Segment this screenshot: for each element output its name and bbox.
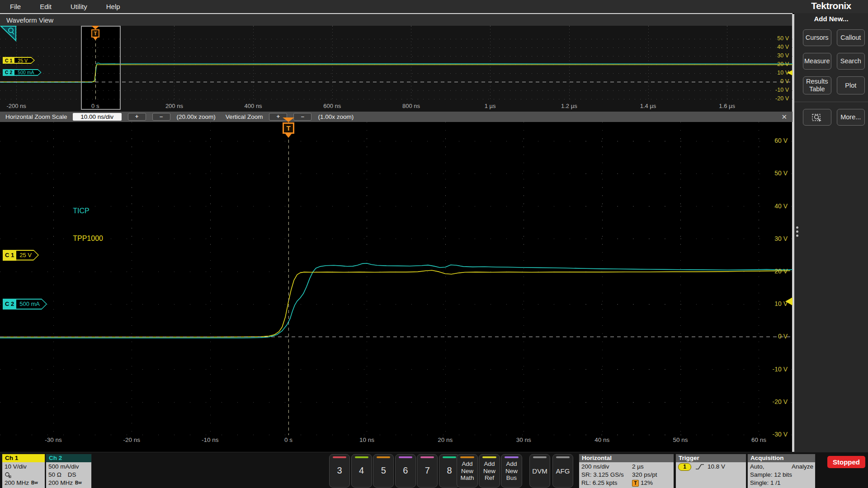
horizontal-trigger-position: T12% [632, 479, 672, 487]
trigger-badge[interactable]: Trigger 1 10.8 V [675, 454, 746, 488]
acquisition-mode: Auto, [750, 463, 764, 471]
zoom-select-button[interactable] [803, 109, 831, 126]
channel-marker-c1[interactable]: C 125 V [3, 250, 39, 261]
horizontal-zoom-scale-label: Horizontal Zoom Scale [5, 113, 67, 120]
brand-logo: Tektronix [794, 0, 868, 11]
trigger-marker[interactable]: T [283, 117, 294, 138]
channel-color-stripe [420, 456, 434, 458]
channel-button-5[interactable]: 5 [373, 454, 394, 488]
channel-marker-c2[interactable]: C 2500 mA [3, 69, 42, 76]
vertical-zoom-minus-button[interactable]: – [293, 113, 311, 121]
trigger-marker[interactable]: T [91, 26, 99, 40]
waveform-trace-ch1 [0, 270, 790, 337]
trigger-level-arrow-icon[interactable] [785, 297, 793, 305]
trigger-level: 10.8 V [708, 463, 725, 471]
horizontal-badge-title[interactable]: Horizontal [579, 454, 674, 462]
channel-button-6[interactable]: 6 [395, 454, 416, 488]
menu-file[interactable]: File [10, 3, 21, 10]
channel-button-afg[interactable]: AFG [552, 454, 573, 488]
trigger-position-icon: T [632, 480, 639, 487]
bandwidth-icon: B [31, 479, 34, 487]
chip-label: C 2 [3, 299, 16, 310]
button-label: Add New Ref [479, 460, 500, 482]
channel-marker-c1[interactable]: C 125 V [3, 57, 35, 64]
acquisition-single: Single: 1 /1 [750, 479, 813, 487]
measure-button[interactable]: Measure [803, 53, 831, 70]
menu-help[interactable]: Help [106, 3, 120, 10]
trigger-flag-icon[interactable]: T [91, 29, 99, 38]
ch2-termination: 50 Ω DS [48, 471, 90, 479]
channel-color-stripe [333, 456, 346, 458]
channel-color-stripe [399, 456, 412, 458]
probe-icon [5, 472, 12, 478]
chip-value: 500 mA [14, 69, 41, 76]
menu-utility[interactable]: Utility [71, 3, 87, 10]
main-waveform-plot[interactable]: 60 V50 V40 V30 V20 V10 V0 V-10 V-20 V-30… [0, 122, 793, 452]
more-button[interactable]: More... [837, 109, 865, 126]
channel-color-stripe [377, 456, 390, 458]
add-button-add-new-math[interactable]: Add New Math [457, 454, 478, 488]
add-button-add-new-bus[interactable]: Add New Bus [501, 454, 522, 488]
button-label: 3 [330, 465, 349, 476]
tab-strip: Waveform View [0, 14, 793, 26]
menu-bar: FileEditUtilityHelp [0, 0, 868, 13]
add-button-add-new-ref[interactable]: Add New Ref [479, 454, 500, 488]
plot-button[interactable]: Plot [837, 76, 865, 94]
tab-waveform-view[interactable]: Waveform View [6, 16, 53, 24]
channel-color-stripe [556, 456, 570, 458]
oscilloscope-app: FileEditUtilityHelp Tektronix Waveform V… [0, 0, 868, 488]
horizontal-resolution: 320 ps/pt [632, 471, 672, 479]
chip-value: 500 mA [16, 299, 47, 310]
zoom-scale-bar: Horizontal Zoom Scale 10.00 ns/div + – (… [0, 112, 793, 122]
button-label: 7 [417, 465, 437, 476]
horizontal-zoom-minus-button[interactable]: – [152, 113, 170, 121]
zoom-window[interactable] [81, 26, 121, 110]
channel-button-4[interactable]: 4 [351, 454, 372, 488]
channel-button-7[interactable]: 7 [417, 454, 438, 488]
channel-color-stripe [443, 456, 456, 458]
run-stop-status-button[interactable]: Stopped [827, 456, 865, 468]
trigger-level-arrow-icon[interactable] [787, 70, 793, 75]
menu-edit[interactable]: Edit [40, 3, 52, 10]
button-label: Add New Bus [501, 460, 522, 482]
button-label: 5 [373, 465, 393, 476]
button-label: DVM [530, 467, 550, 475]
callout-button[interactable]: Callout [837, 29, 865, 46]
ch2-bandwidth: 200 MHz BW [48, 479, 90, 487]
ch2-scale: 500 mA/div [48, 463, 90, 471]
ch2-badge[interactable]: Ch 2 500 mA/div 50 Ω DS 200 MHz BW [46, 454, 92, 488]
button-label: 6 [396, 465, 415, 476]
overview-zoom-corner-icon[interactable] [0, 26, 16, 41]
trigger-flag-icon[interactable]: T [283, 122, 294, 134]
horizontal-badge[interactable]: Horizontal 200 ns/div 2 µs SR: 3.125 GS/… [579, 454, 674, 488]
acquisition-badge[interactable]: Acquisition Auto, Analyze Sample: 12 bit… [747, 454, 816, 488]
trigger-cap-icon [91, 26, 99, 29]
ch2-badge-title[interactable]: Ch 2 [46, 454, 91, 462]
ch1-badge[interactable]: Ch 1 10 V/div 200 MHz BW [2, 454, 45, 488]
vertical-zoom-factor: (1.00x zoom) [318, 113, 354, 120]
button-label: AFG [553, 467, 573, 475]
bottom-bar: Ch 1 10 V/div 200 MHz BW Ch 2 [0, 452, 868, 488]
trigger-tail-icon [285, 134, 292, 138]
panel-drag-handle[interactable] [796, 225, 798, 239]
channel-button-3[interactable]: 3 [329, 454, 350, 488]
horizontal-zoom-scale-input[interactable]: 10.00 ns/div [73, 113, 122, 121]
overview-waveform-plot[interactable]: 50 V40 V30 V20 V10 V0 V-10 V-20 V-200 ns… [0, 26, 793, 112]
close-zoom-icon[interactable]: ✕ [781, 113, 787, 121]
channel-marker-c2[interactable]: C 2500 mA [3, 299, 47, 310]
horizontal-window: 2 µs [632, 463, 672, 471]
horizontal-record-length: RL: 6.25 kpts [581, 479, 632, 487]
search-button[interactable]: Search [837, 53, 865, 70]
cursors-button[interactable]: Cursors [803, 29, 831, 46]
panel-separator [794, 102, 868, 102]
bandwidth-icon: B [75, 479, 78, 487]
main-waveforms [0, 122, 793, 452]
vertical-zoom-label: Vertical Zoom [226, 113, 263, 120]
channel-button-dvm[interactable]: DVM [529, 454, 550, 488]
channel-color-stripe [533, 456, 547, 458]
acquisition-badge-title[interactable]: Acquisition [748, 454, 815, 462]
trigger-badge-title[interactable]: Trigger [676, 454, 746, 462]
horizontal-zoom-plus-button[interactable]: + [128, 113, 146, 121]
results-table-button[interactable]: Results Table [803, 76, 831, 94]
ch1-badge-title[interactable]: Ch 1 [2, 454, 45, 462]
